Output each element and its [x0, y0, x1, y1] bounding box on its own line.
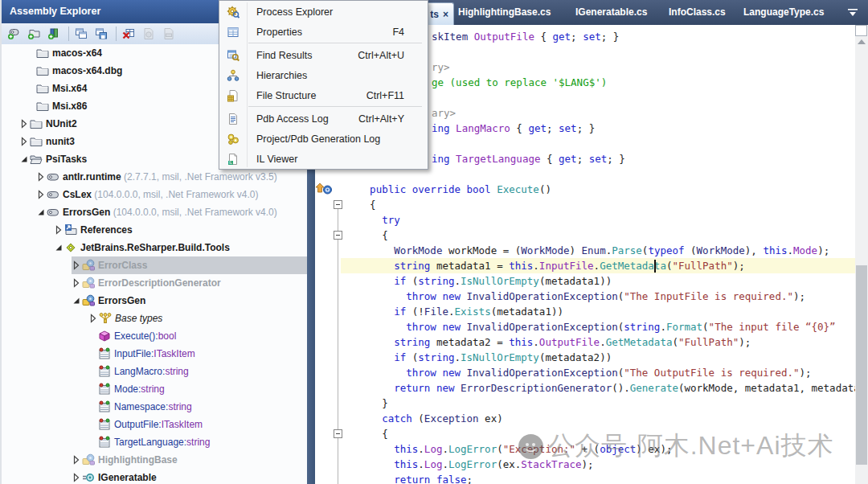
tree-item-errorsgen[interactable]: ErrorsGen [2, 292, 307, 310]
chevron-collapsed-icon[interactable] [70, 453, 83, 466]
menu-item-il-viewer[interactable]: ILIL Viewer [220, 149, 427, 169]
code-line-6: ing LangMacro { get; set; } [432, 121, 595, 136]
tree-item-errorsgen[interactable]: ErrorsGen (104.0.0.0, msil, .Net Framewo… [2, 203, 307, 221]
code-line-13: { [346, 228, 388, 243]
tree-item-errorclass[interactable]: ErrorClass [2, 256, 307, 274]
folder-icon [36, 47, 49, 59]
folder-icon [30, 117, 43, 130]
code-line-18: if (!File.Exists(metadata1)) [346, 304, 563, 319]
text-caret [654, 260, 656, 273]
chevron-collapsed-icon[interactable] [35, 188, 47, 201]
property-icon [98, 347, 111, 360]
tree-item-outputfile[interactable]: OutputFile:ITaskItem [2, 416, 307, 433]
chevron-expanded-icon[interactable] [18, 153, 31, 166]
tree-item-antlr-runtime[interactable]: antlr.runtime (2.7.7.1, msil, .Net Frame… [2, 168, 307, 186]
menu-shortcut: Ctrl+F11 [366, 90, 404, 101]
context-menu: Process ExplorerPropertiesF4Find Results… [219, 0, 428, 170]
chevron-expanded-icon[interactable] [35, 206, 47, 219]
svg-text:IL: IL [229, 161, 232, 165]
tree-item-label: References [80, 224, 133, 236]
tree-item-label: NUnit2 [46, 118, 77, 129]
open-nuget-icon[interactable] [45, 26, 63, 42]
tree-item-references[interactable]: References [2, 221, 307, 239]
chevron-expanded-icon[interactable] [52, 241, 65, 254]
tree-item-igeneratable[interactable]: IGeneratable [2, 469, 307, 484]
open-file-icon[interactable] [5, 26, 23, 42]
code-line-10: public override bool Execute() [346, 182, 551, 197]
tree-item-highlightingbase[interactable]: HighlightingBase [2, 451, 307, 469]
code-line-26: { [346, 426, 388, 441]
assembly-info: (104.0.0.0, msil, .Net Framework v4.0) [110, 207, 276, 218]
windows-icon[interactable] [72, 26, 90, 42]
menu-shortcut: F4 [392, 27, 404, 38]
override-gutter-icon[interactable] [316, 183, 334, 195]
active-tab-label: ts [430, 9, 439, 20]
hierarchies-icon [227, 69, 240, 82]
tree-item-label: ErrorClass [98, 260, 147, 271]
dotpeek-window: ts × HighlightingBase.csIGeneratable.csI… [0, 0, 868, 484]
menu-item-process-explorer[interactable]: Process Explorer [220, 2, 427, 22]
code-line-8: ing TargetLanguage { get; set; } [432, 151, 625, 166]
class-icon [82, 294, 95, 307]
property-icon [98, 436, 111, 449]
tab-highlightingbase-cs[interactable]: HighlightingBase.cs [458, 0, 551, 25]
project-pdb-generation-log-icon [227, 133, 240, 146]
tree-item-label: PsiTasks [46, 154, 87, 165]
chevron-collapsed-icon[interactable] [70, 259, 83, 272]
property-icon [98, 400, 111, 413]
tab-igeneratable-cs[interactable]: IGeneratable.cs [575, 0, 647, 25]
menu-separator [248, 43, 422, 43]
tree-item-jetbrains-resharper-build-tools[interactable]: JetBrains.ReSharper.Build.Tools [2, 239, 307, 256]
tree-item-inputfile[interactable]: InputFile:ITaskItem [2, 345, 307, 363]
chevron-collapsed-icon[interactable] [35, 170, 47, 183]
code-line-16: if (string.IsNullOrEmpty(metadata1)) [346, 273, 612, 289]
chevron-collapsed-icon[interactable] [52, 224, 65, 236]
tree-item-base-types[interactable]: Base types [2, 310, 307, 327]
menu-item-hierarchies[interactable]: Hierarchies [220, 65, 427, 85]
menu-item-pdb-access-log[interactable]: Pdb Access LogCtrl+Alt+Y [220, 109, 427, 129]
open-folder-icon[interactable] [25, 26, 43, 42]
menu-item-label: File Structure [256, 90, 316, 101]
fold-collapse-icon[interactable] [334, 200, 342, 209]
chevron-expanded-icon[interactable] [70, 294, 83, 307]
folder-open-icon [30, 153, 43, 166]
pdb-doc-icon [140, 26, 158, 42]
menu-item-file-structure[interactable]: File StructureCtrl+F11 [220, 85, 427, 105]
tree-item-targetlanguage[interactable]: TargetLanguage:string [2, 433, 307, 451]
menu-item-label: Find Results [256, 50, 312, 61]
chevron-collapsed-icon[interactable] [87, 312, 100, 325]
menu-item-project-pdb-generation-log[interactable]: Project/Pdb Generation Log [220, 129, 427, 149]
tab-list-dropdown-icon[interactable] [847, 7, 858, 18]
tree-item-label: Base types [115, 313, 162, 324]
scrollbar-thumb[interactable] [856, 265, 867, 465]
tree-item-errordescriptiongenerator[interactable]: ErrorDescriptionGenerator [2, 274, 307, 292]
menu-shortcut: Ctrl+Alt+Y [358, 113, 404, 125]
fold-collapse-icon[interactable] [334, 429, 342, 438]
chevron-collapsed-icon[interactable] [18, 135, 31, 148]
tree-item-execute[interactable]: Execute():bool [2, 327, 307, 345]
tree-item-cslex[interactable]: CsLex (104.0.0.0, msil, .Net Framework v… [2, 186, 307, 203]
tree-item-namespace[interactable]: Namespace:string [2, 398, 307, 416]
save-all-icon[interactable] [92, 26, 110, 42]
chevron-collapsed-icon[interactable] [18, 117, 31, 130]
menu-shortcut: Ctrl+Alt+U [358, 50, 404, 61]
menu-item-properties[interactable]: PropertiesF4 [220, 22, 427, 42]
close-assembly-icon[interactable] [120, 26, 137, 42]
editor-vertical-scrollbar[interactable] [855, 25, 868, 484]
splitter-box[interactable] [855, 25, 867, 36]
chevron-collapsed-icon[interactable] [70, 471, 83, 484]
fold-collapse-icon[interactable] [334, 231, 342, 240]
tree-item-langmacro[interactable]: LangMacro:string [2, 363, 307, 380]
menu-item-find-results[interactable]: Find ResultsCtrl+Alt+U [220, 45, 427, 65]
assembly-icon [47, 188, 59, 201]
tree-item-label: Msi.x64 [52, 83, 87, 94]
chevron-collapsed-icon[interactable] [70, 277, 83, 289]
tree-item-label: Msi.x86 [52, 100, 87, 112]
scroll-up-icon[interactable] [858, 39, 866, 44]
menu-separator [248, 106, 422, 107]
tree-item-mode[interactable]: Mode:string [2, 380, 307, 398]
class-icon [82, 453, 95, 466]
tab-languagetype-cs[interactable]: LanguageType.cs [743, 0, 824, 25]
tab-close-icon[interactable]: × [443, 10, 448, 19]
tab-infoclass-cs[interactable]: InfoClass.cs [669, 0, 726, 25]
